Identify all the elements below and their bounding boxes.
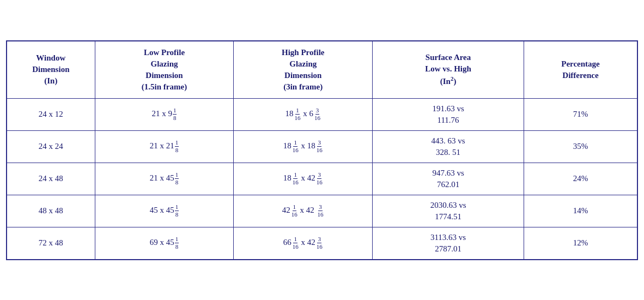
table-row: 24 x 24 21 x 2118 18116 x 18316 443. 63 … [7, 130, 637, 163]
header-low-profile: Low ProfileGlazingDimension(1.5in frame) [95, 41, 234, 99]
table-row: 48 x 48 45 x 4518 42116 x 42 316 2030.63… [7, 195, 637, 227]
high-profile-cell: 42116 x 42 316 [234, 195, 373, 227]
low-profile-cell: 69 x 4518 [95, 227, 234, 260]
pct-diff-cell: 12% [524, 227, 637, 260]
surface-area-cell: 3113.63 vs2787.01 [373, 227, 524, 260]
header-pct-diff: PercentageDifference [524, 41, 637, 99]
window-dim-cell: 48 x 48 [7, 195, 95, 227]
window-dim-cell: 24 x 12 [7, 98, 95, 130]
pct-diff-cell: 24% [524, 163, 637, 195]
high-profile-cell: 18116 x 6316 [234, 98, 373, 130]
comparison-table: WindowDimension(In) Low ProfileGlazingDi… [6, 40, 638, 260]
header-surface-area: Surface AreaLow vs. High(In2) [373, 41, 524, 99]
main-table-container: WindowDimension(In) Low ProfileGlazingDi… [6, 40, 638, 260]
window-dim-cell: 24 x 48 [7, 163, 95, 195]
low-profile-cell: 21 x 918 [95, 98, 234, 130]
low-profile-cell: 45 x 4518 [95, 195, 234, 227]
window-dim-cell: 72 x 48 [7, 227, 95, 260]
table-row: 24 x 12 21 x 918 18116 x 6316 191.63 vs1… [7, 98, 637, 130]
low-profile-cell: 21 x 4518 [95, 163, 234, 195]
pct-diff-cell: 14% [524, 195, 637, 227]
high-profile-cell: 18116 x 18316 [234, 130, 373, 163]
surface-area-cell: 947.63 vs762.01 [373, 163, 524, 195]
table-row: 24 x 48 21 x 4518 18116 x 42316 947.63 v… [7, 163, 637, 195]
header-row: WindowDimension(In) Low ProfileGlazingDi… [7, 41, 637, 99]
header-high-profile: High ProfileGlazingDimension(3in frame) [234, 41, 373, 99]
surface-area-cell: 2030.63 vs1774.51 [373, 195, 524, 227]
high-profile-cell: 66116 x 42316 [234, 227, 373, 260]
low-profile-cell: 21 x 2118 [95, 130, 234, 163]
header-window-dimension: WindowDimension(In) [7, 41, 95, 99]
high-profile-cell: 18116 x 42316 [234, 163, 373, 195]
pct-diff-cell: 71% [524, 98, 637, 130]
surface-area-cell: 191.63 vs111.76 [373, 98, 524, 130]
window-dim-cell: 24 x 24 [7, 130, 95, 163]
table-row: 72 x 48 69 x 4518 66116 x 42316 3113.63 … [7, 227, 637, 260]
surface-area-cell: 443. 63 vs328. 51 [373, 130, 524, 163]
pct-diff-cell: 35% [524, 130, 637, 163]
